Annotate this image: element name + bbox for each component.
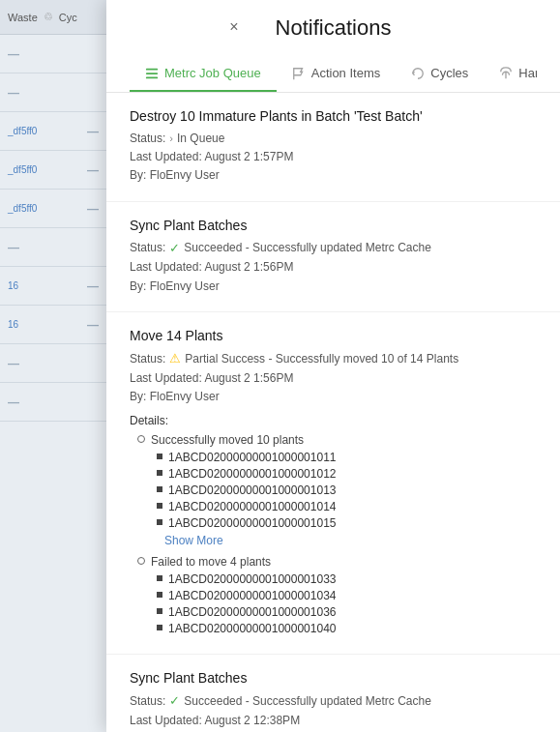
status-icon: ⚠ <box>169 349 181 369</box>
tab-action-items[interactable]: Action Items <box>277 56 397 92</box>
table-row: 16— <box>0 306 106 344</box>
tab-action-items-label: Action Items <box>311 66 381 80</box>
table-row: — <box>0 35 106 73</box>
bullet <box>157 608 162 614</box>
list-item: 1ABCD02000000001000001012 <box>149 467 537 481</box>
notification-item: Destroy 10 Immature Plants in Batch 'Tes… <box>106 93 560 202</box>
plant-id: 1ABCD02000000001000001012 <box>168 467 337 481</box>
tab-metrc-job-queue[interactable]: Metrc Job Queue <box>130 56 277 92</box>
notification-meta: Status: ✓ Succeeded - Successfully updat… <box>130 691 537 732</box>
bullet <box>157 503 162 509</box>
status-icon: › <box>169 131 173 148</box>
plant-id: 1ABCD02000000001000001011 <box>168 451 337 464</box>
notification-title: Destroy 10 Immature Plants in Batch 'Tes… <box>130 108 537 124</box>
tabs-container: Metrc Job Queue Action Items Cycles <box>130 56 537 92</box>
status-label: Status: <box>130 130 165 148</box>
status-line: Status: ✓ Succeeded - Successfully updat… <box>130 239 537 259</box>
icon-1: ♲ <box>44 11 53 23</box>
panel-title: Notifications <box>130 15 537 41</box>
table-row: — <box>0 383 106 422</box>
status-label: Status: <box>130 350 165 368</box>
plant-id: 1ABCD02000000001000001040 <box>168 622 337 635</box>
harvest-icon <box>499 67 513 80</box>
status-line: Status: ⚠ Partial Success - Successfully… <box>130 349 537 369</box>
table-header: Waste ♲ Cyc <box>0 0 106 35</box>
failed-label: Failed to move 4 plants <box>151 555 271 569</box>
details-section: Details: Successfully moved 10 plants 1A… <box>130 414 537 635</box>
tab-harvests[interactable]: Harvests <box>484 56 537 92</box>
success-group-label: Successfully moved 10 plants <box>137 433 537 447</box>
table-row: _df5ff0— <box>0 190 106 228</box>
notifications-panel: × Notifications Metrc Job Queue Action I… <box>106 0 560 732</box>
last-updated: Last Updated: August 2 1:57PM <box>130 148 537 166</box>
circle-bullet <box>137 557 145 565</box>
success-label: Successfully moved 10 plants <box>151 433 304 447</box>
cycle-icon <box>411 67 425 80</box>
notification-meta: Status: ⚠ Partial Success - Successfully… <box>130 349 537 406</box>
bullet <box>157 519 162 525</box>
svg-rect-0 <box>146 68 158 70</box>
notification-item: Sync Plant Batches Status: ✓ Succeeded -… <box>106 655 560 732</box>
panel-header: Notifications Metrc Job Queue Action Ite… <box>106 0 560 93</box>
list-icon <box>145 67 159 80</box>
table-row: — <box>0 344 106 383</box>
bullet <box>157 486 162 492</box>
bullet <box>157 575 162 581</box>
by-user: By: FloEnvy User <box>130 166 537 185</box>
status-text: Succeeded - Successfully updated Metrc C… <box>184 692 430 711</box>
status-label: Status: <box>130 692 165 711</box>
list-item: 1ABCD02000000001000001011 <box>149 451 537 464</box>
bullet <box>157 454 162 459</box>
failed-group: Failed to move 4 plants 1ABCD02000000001… <box>130 555 537 635</box>
plant-id: 1ABCD02000000001000001013 <box>168 483 337 497</box>
notification-title: Sync Plant Batches <box>130 218 537 233</box>
status-icon: ✓ <box>169 239 180 259</box>
notification-title: Sync Plant Batches <box>130 670 537 686</box>
plant-id: 1ABCD02000000001000001014 <box>168 500 337 513</box>
tab-cycles[interactable]: Cycles <box>396 56 484 92</box>
success-group: Successfully moved 10 plants 1ABCD020000… <box>130 433 537 547</box>
notification-meta: Status: ✓ Succeeded - Successfully updat… <box>130 239 537 296</box>
table-row: — <box>0 73 106 112</box>
failed-items-list: 1ABCD02000000001000001033 1ABCD020000000… <box>130 572 537 635</box>
notification-title: Move 14 Plants <box>130 328 537 343</box>
notification-item: Sync Plant Batches Status: ✓ Succeeded -… <box>106 202 560 312</box>
by-user: By: FloEnvy User <box>130 278 537 296</box>
list-item: 1ABCD02000000001000001034 <box>149 589 537 602</box>
background-table: Waste ♲ Cyc — — _df5ff0— _df5ff0— _df5ff… <box>0 0 106 732</box>
waste-header: Waste <box>8 12 38 23</box>
last-updated: Last Updated: August 2 12:38PM <box>130 712 537 730</box>
table-row: _df5ff0— <box>0 112 106 151</box>
list-item: 1ABCD02000000001000001036 <box>149 605 537 619</box>
by-user: By: FloEnvy User <box>130 388 537 406</box>
plant-id: 1ABCD02000000001000001036 <box>168 605 337 619</box>
notification-meta: Status: › In Queue Last Updated: August … <box>130 130 537 186</box>
notifications-list: Destroy 10 Immature Plants in Batch 'Tes… <box>106 93 560 732</box>
close-button[interactable]: × <box>222 15 246 39</box>
status-text: Partial Success - Successfully moved 10 … <box>185 350 458 368</box>
last-updated: Last Updated: August 2 1:56PM <box>130 258 537 277</box>
circle-bullet <box>137 435 145 443</box>
status-line: Status: ✓ Succeeded - Successfully updat… <box>130 691 537 712</box>
list-item: 1ABCD02000000001000001014 <box>149 500 537 513</box>
tab-metrc-job-queue-label: Metrc Job Queue <box>164 66 261 80</box>
list-item: 1ABCD02000000001000001040 <box>149 622 537 635</box>
table-row: — <box>0 228 106 267</box>
bullet <box>157 625 162 630</box>
flag-icon <box>292 67 306 80</box>
last-updated: Last Updated: August 2 1:56PM <box>130 369 537 388</box>
status-line: Status: › In Queue <box>130 130 537 148</box>
svg-rect-2 <box>146 76 158 78</box>
show-more-link[interactable]: Show More <box>164 534 537 547</box>
plant-id: 1ABCD02000000001000001033 <box>168 572 337 586</box>
failed-group-label: Failed to move 4 plants <box>137 555 537 569</box>
table-row: _df5ff0— <box>0 151 106 190</box>
success-items-list: 1ABCD02000000001000001011 1ABCD020000000… <box>130 451 537 530</box>
list-item: 1ABCD02000000001000001033 <box>149 572 537 586</box>
cyc-header: Cyc <box>59 12 77 23</box>
svg-rect-1 <box>146 73 158 74</box>
bullet <box>157 592 162 598</box>
list-item: 1ABCD02000000001000001015 <box>149 516 537 530</box>
status-label: Status: <box>130 239 165 257</box>
list-item: 1ABCD02000000001000001013 <box>149 483 537 497</box>
